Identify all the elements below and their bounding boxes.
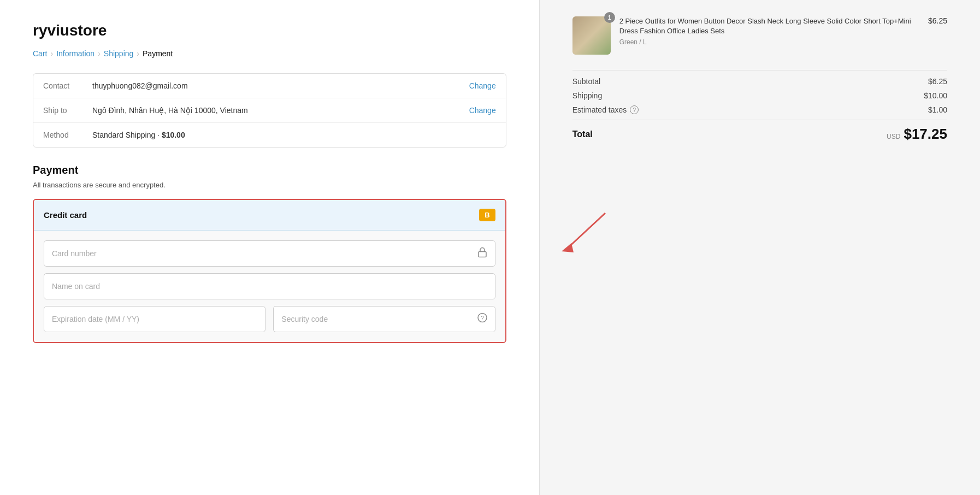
arrow-annotation	[551, 208, 616, 264]
product-image-inner	[572, 16, 611, 55]
lock-icon	[477, 247, 487, 261]
svg-line-3	[567, 213, 605, 249]
method-label: Method	[43, 131, 92, 139]
breadcrumb-information[interactable]: Information	[56, 49, 95, 58]
left-panel: ryviustore Cart › Information › Shipping…	[0, 0, 539, 495]
shipping-value: $10.00	[924, 91, 947, 100]
security-code-wrapper[interactable]: Security code ?	[273, 306, 495, 332]
card-number-placeholder: Card number	[52, 249, 97, 258]
card-number-wrapper[interactable]: Card number	[44, 240, 495, 267]
contact-label: Contact	[43, 81, 92, 90]
contact-row: Contact thuyphuong082@gmail.com Change	[33, 74, 506, 98]
subtotal-value: $6.25	[928, 77, 947, 86]
question-circle-icon: ?	[477, 313, 487, 326]
name-on-card-wrapper[interactable]: Name on card	[44, 273, 495, 299]
product-badge: 1	[604, 12, 615, 23]
taxes-row: Estimated taxes ? $1.00	[572, 105, 947, 114]
total-amount-wrap: USD $17.25	[887, 126, 947, 143]
product-item: 1 2 Piece Outfits for Women Button Decor…	[572, 16, 947, 55]
product-variant: Green / L	[619, 38, 919, 46]
ship-row: Ship to Ngô Đình, Nhân Huệ, Hà Nội 10000…	[33, 98, 506, 123]
shipping-label: Shipping	[572, 91, 603, 100]
svg-marker-4	[562, 243, 574, 252]
total-row: Total USD $17.25	[572, 120, 947, 143]
credit-card-header: Credit card B	[34, 200, 505, 231]
total-amount: $17.25	[904, 126, 947, 143]
card-fields: Card number Name on card Expiration date…	[34, 231, 505, 342]
ship-label: Ship to	[43, 106, 92, 115]
sep2: ›	[98, 49, 101, 58]
contact-value: thuyphuong082@gmail.com	[92, 81, 469, 90]
product-image-wrapper: 1	[572, 16, 611, 55]
subtotal-row: Subtotal $6.25	[572, 77, 947, 86]
total-label: Total	[572, 129, 593, 139]
subtotal-label: Subtotal	[572, 77, 600, 86]
svg-text:?: ?	[481, 315, 484, 321]
method-price: $10.00	[162, 131, 185, 139]
payment-title: Payment	[33, 164, 506, 176]
sep1: ›	[50, 49, 53, 58]
ship-change-link[interactable]: Change	[469, 106, 496, 115]
info-box: Contact thuyphuong082@gmail.com Change S…	[33, 73, 506, 148]
store-name: ryviustore	[33, 22, 506, 39]
product-name: 2 Piece Outfits for Women Button Decor S…	[619, 16, 919, 36]
breadcrumb-shipping[interactable]: Shipping	[104, 49, 134, 58]
payment-outer-box: Credit card B Card number Name on card E…	[33, 199, 506, 343]
breadcrumb: Cart › Information › Shipping › Payment	[33, 49, 506, 58]
method-row: Method Standard Shipping · $10.00	[33, 123, 506, 147]
payment-subtitle: All transactions are secure and encrypte…	[33, 181, 506, 189]
credit-card-label: Credit card	[44, 210, 87, 220]
taxes-info-icon[interactable]: ?	[630, 105, 639, 114]
total-currency: USD	[887, 133, 900, 140]
right-panel: 1 2 Piece Outfits for Women Button Decor…	[539, 0, 980, 495]
ship-value: Ngô Đình, Nhân Huệ, Hà Nội 10000, Vietna…	[92, 106, 469, 115]
security-code-placeholder: Security code	[281, 315, 328, 323]
expiration-placeholder: Expiration date (MM / YY)	[52, 315, 139, 323]
taxes-value: $1.00	[928, 105, 947, 114]
card-row-split: Expiration date (MM / YY) Security code …	[44, 306, 495, 332]
contact-change-link[interactable]: Change	[469, 81, 496, 90]
product-price: $6.25	[928, 16, 947, 25]
breadcrumb-current: Payment	[143, 49, 173, 58]
product-image	[572, 16, 611, 55]
shipping-row: Shipping $10.00	[572, 91, 947, 100]
expiration-wrapper[interactable]: Expiration date (MM / YY)	[44, 306, 265, 332]
sep3: ›	[137, 49, 139, 58]
braintree-badge: B	[479, 209, 495, 221]
taxes-label: Estimated taxes ?	[572, 105, 639, 114]
breadcrumb-cart[interactable]: Cart	[33, 49, 47, 58]
product-info: 2 Piece Outfits for Women Button Decor S…	[619, 16, 919, 46]
method-value: Standard Shipping · $10.00	[92, 131, 496, 139]
svg-rect-0	[479, 252, 486, 257]
name-on-card-placeholder: Name on card	[52, 282, 100, 291]
divider1	[572, 70, 947, 70]
